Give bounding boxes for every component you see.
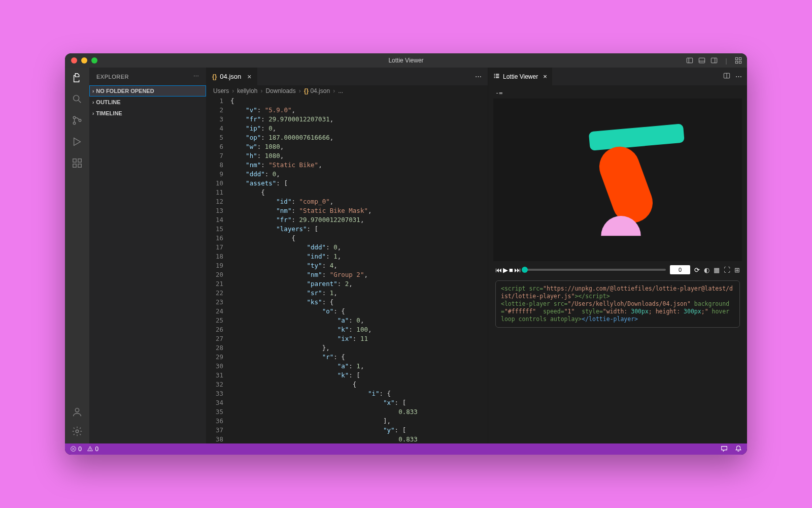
split-editor-icon[interactable]: [723, 72, 730, 81]
lottie-viewer-panel: Lottie Viewer × ⋯ -=: [488, 68, 747, 443]
embed-snippet[interactable]: <script src="https://unpkg.com/@lottiefi…: [495, 280, 740, 328]
svg-rect-29: [589, 123, 685, 150]
toggle-primary-sidebar-icon[interactable]: [686, 57, 693, 64]
sidebar-section[interactable]: ›TIMELINE: [89, 108, 206, 119]
sidebar-title: EXPLORER: [96, 74, 129, 80]
explorer-icon[interactable]: [71, 72, 83, 84]
settings-icon[interactable]: ⊞: [734, 266, 740, 274]
list-icon: [493, 73, 500, 81]
animation-preview: [493, 99, 742, 261]
status-bar: 0 0: [65, 443, 747, 455]
loop-icon[interactable]: ⟳: [694, 266, 700, 274]
search-icon[interactable]: [71, 93, 83, 105]
svg-rect-6: [735, 57, 737, 59]
breadcrumb-item[interactable]: Downloads: [265, 87, 295, 94]
svg-rect-7: [739, 57, 741, 59]
editor-tabs: {} 04.json × ⋯: [206, 68, 488, 85]
run-debug-icon[interactable]: [71, 136, 83, 148]
svg-rect-15: [73, 159, 76, 162]
traffic-lights: [71, 57, 97, 64]
toggle-panel-icon[interactable]: [698, 57, 705, 64]
main-body: EXPLORER ⋯ ›NO FOLDER OPENED›OUTLINE›TIM…: [65, 68, 747, 443]
background-color-icon[interactable]: ◐: [704, 266, 709, 274]
svg-rect-9: [739, 61, 741, 63]
svg-rect-23: [494, 75, 495, 76]
source-control-icon[interactable]: [71, 114, 83, 126]
settings-gear-icon[interactable]: [71, 425, 83, 437]
svg-rect-18: [78, 159, 81, 162]
svg-point-20: [76, 430, 79, 433]
sidebar-section[interactable]: ›NO FOLDER OPENED: [89, 85, 206, 97]
window-title: Lottie Viewer: [388, 57, 423, 64]
frame-input[interactable]: 0: [670, 265, 690, 274]
svg-point-13: [73, 122, 76, 124]
svg-point-12: [73, 116, 76, 119]
chevron-right-icon: ›: [92, 88, 94, 94]
code-area[interactable]: 1234567891011121314151617181920212223242…: [206, 97, 488, 443]
accounts-icon[interactable]: [71, 406, 83, 418]
svg-rect-25: [494, 77, 495, 78]
panel-more-icon[interactable]: ⋯: [735, 73, 742, 80]
panel-tabs: Lottie Viewer × ⋯: [488, 68, 747, 85]
panel-tab-close-icon[interactable]: ×: [543, 73, 547, 80]
svg-rect-26: [496, 77, 499, 78]
timeline-slider[interactable]: [525, 269, 666, 271]
svg-rect-21: [494, 74, 495, 75]
panel-tab-title: Lottie Viewer: [503, 73, 538, 80]
minimize-window-button[interactable]: [81, 57, 87, 64]
svg-rect-22: [496, 74, 499, 75]
editor-group: {} 04.json × ⋯ Users›kellyloh›Downloads›…: [206, 68, 747, 443]
breadcrumb-item[interactable]: Users: [213, 87, 229, 94]
svg-rect-30: [594, 141, 658, 229]
status-problems[interactable]: 0 0: [70, 446, 98, 453]
svg-line-11: [79, 101, 81, 103]
notifications-icon[interactable]: [735, 445, 742, 454]
breadcrumb-item[interactable]: {} 04.json: [304, 87, 330, 94]
breadcrumb-item[interactable]: kellyloh: [237, 87, 257, 94]
svg-rect-24: [496, 75, 499, 76]
sidebar-more-icon[interactable]: ⋯: [193, 73, 199, 80]
toggle-secondary-sidebar-icon[interactable]: [710, 57, 718, 64]
sidebar-section[interactable]: ›OUTLINE: [89, 97, 206, 108]
customize-layout-icon[interactable]: [735, 57, 742, 64]
breadcrumbs[interactable]: Users›kellyloh›Downloads›{} 04.json›...: [206, 85, 488, 97]
panel-caption: -=: [493, 89, 742, 97]
json-file-icon: {}: [212, 73, 217, 80]
player-controls: ⏮ ▶ ■ ⏭ 0 ⟳ ◐ ▦ ⛶: [493, 261, 742, 278]
extensions-icon[interactable]: [71, 157, 83, 169]
svg-point-19: [75, 408, 79, 412]
titlebar: Lottie Viewer |: [65, 53, 747, 68]
breadcrumb-item[interactable]: ...: [338, 87, 343, 94]
play-icon[interactable]: ▶: [503, 266, 508, 274]
activity-bar: [65, 68, 89, 443]
skip-start-icon[interactable]: ⏮: [495, 266, 502, 274]
close-window-button[interactable]: [71, 57, 77, 64]
chevron-right-icon: ›: [92, 100, 94, 105]
line-number-gutter: 1234567891011121314151617181920212223242…: [206, 97, 230, 443]
titlebar-layout-controls: |: [686, 57, 742, 64]
slider-thumb[interactable]: [522, 267, 528, 273]
panel-tab[interactable]: Lottie Viewer ×: [488, 68, 552, 85]
skip-end-icon[interactable]: ⏭: [514, 266, 521, 274]
fullscreen-icon[interactable]: ⛶: [724, 266, 730, 274]
tab-close-icon[interactable]: ×: [247, 73, 251, 81]
feedback-icon[interactable]: [721, 445, 728, 454]
grid-icon[interactable]: ▦: [714, 266, 720, 274]
svg-rect-8: [735, 61, 737, 63]
editor-more-actions[interactable]: ⋯: [469, 68, 488, 85]
code-content[interactable]: { "v": "5.9.0", "fr": 29.9700012207031, …: [230, 97, 488, 443]
svg-rect-17: [78, 164, 81, 167]
file-tab[interactable]: {} 04.json ×: [206, 68, 258, 85]
explorer-sidebar: EXPLORER ⋯ ›NO FOLDER OPENED›OUTLINE›TIM…: [89, 68, 206, 443]
chevron-right-icon: ›: [92, 111, 94, 116]
svg-point-35: [90, 450, 90, 451]
code-editor: {} 04.json × ⋯ Users›kellyloh›Downloads›…: [206, 68, 488, 443]
svg-rect-0: [687, 58, 692, 63]
svg-rect-4: [711, 58, 717, 63]
stop-icon[interactable]: ■: [509, 266, 513, 274]
svg-point-14: [79, 119, 81, 122]
app-window: Lottie Viewer |: [65, 53, 747, 455]
maximize-window-button[interactable]: [91, 57, 97, 64]
panel-body: -= ⏮ ▶ ■ ⏭: [488, 85, 747, 443]
svg-rect-2: [699, 58, 704, 63]
